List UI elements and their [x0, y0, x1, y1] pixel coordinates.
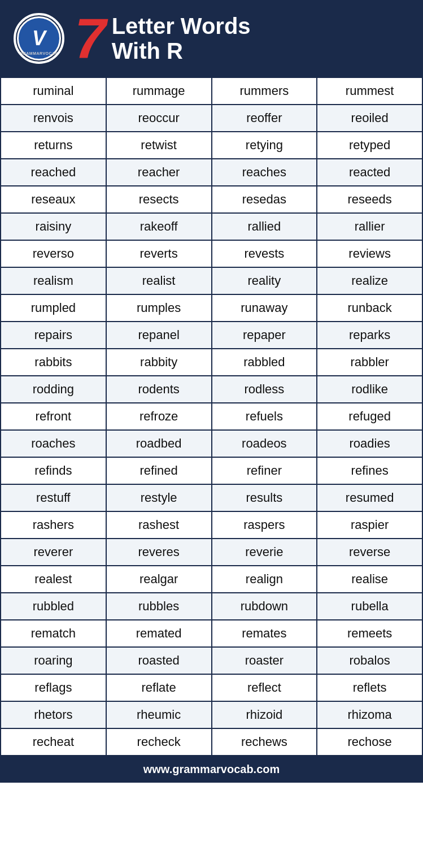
footer-url: www.grammarvocab.com — [143, 763, 280, 775]
word-cell: rodlike — [317, 376, 422, 403]
word-cell: retyped — [317, 132, 422, 159]
word-cell: remated — [106, 620, 212, 647]
word-cell: resects — [106, 186, 212, 213]
word-cell: retying — [212, 132, 317, 159]
word-cell: returns — [1, 132, 106, 159]
word-cell: roadeos — [212, 430, 317, 457]
word-cell: reseaux — [1, 186, 106, 213]
table-row: rumpledrumplesrunawayrunback — [1, 294, 422, 322]
word-cell: ruminal — [1, 77, 106, 105]
header-number: 7 — [75, 10, 106, 67]
logo: V GRAMMARVOCAB — [14, 13, 64, 64]
word-cell: rhizoid — [212, 701, 317, 728]
table-row: realismrealistrealityrealize — [1, 267, 422, 294]
header-title-line1: Letter Words — [112, 14, 251, 38]
header-title-line2: With R — [112, 38, 251, 63]
word-cell: rhizoma — [317, 701, 422, 728]
word-cell: rodless — [212, 376, 317, 403]
word-cell: reveres — [106, 539, 212, 566]
table-row: refindsrefinedrefinerrefines — [1, 457, 422, 484]
word-cell: reseeds — [317, 186, 422, 213]
word-cell: realgar — [106, 566, 212, 593]
word-cell: raisiny — [1, 213, 106, 240]
word-cell: rubella — [317, 593, 422, 620]
word-cell: rallier — [317, 213, 422, 240]
word-cell: refinds — [1, 457, 106, 484]
word-cell: rumples — [106, 294, 212, 322]
word-cell: reparks — [317, 322, 422, 349]
word-cell: reverse — [317, 539, 422, 566]
word-cell: realest — [1, 566, 106, 593]
word-cell: reverie — [212, 539, 317, 566]
word-cell: reoccur — [106, 105, 212, 132]
word-cell: rabbler — [317, 349, 422, 376]
word-cell: rallied — [212, 213, 317, 240]
table-row: ruminalrummagerummersrummest — [1, 77, 422, 105]
word-cell: refront — [1, 403, 106, 430]
word-cell: rashers — [1, 511, 106, 539]
word-cell: refines — [317, 457, 422, 484]
word-cell: repanel — [106, 322, 212, 349]
word-cell: rechose — [317, 728, 422, 756]
table-row: rabbitsrabbityrabbledrabbler — [1, 349, 422, 376]
logo-v-icon: V — [32, 28, 46, 49]
word-cell: renvois — [1, 105, 106, 132]
word-cell: rodents — [106, 376, 212, 403]
word-cell: roadies — [317, 430, 422, 457]
word-cell: realize — [317, 267, 422, 294]
word-table: ruminalrummagerummersrummestrenvoisreocc… — [0, 77, 423, 756]
word-cell: rechews — [212, 728, 317, 756]
word-cell: rashest — [106, 511, 212, 539]
word-cell: reoffer — [212, 105, 317, 132]
table-row: reachedreacherreachesreacted — [1, 159, 422, 186]
table-row: renvoisreoccurreofferreoiled — [1, 105, 422, 132]
page-footer: www.grammarvocab.com — [0, 756, 423, 783]
table-row: roddingrodentsrodlessrodlike — [1, 376, 422, 403]
word-cell: reached — [1, 159, 106, 186]
word-cell: rummage — [106, 77, 212, 105]
logo-brand-text: GRAMMARVOCAB — [20, 51, 58, 55]
word-cell: remeets — [317, 620, 422, 647]
word-cell: reacher — [106, 159, 212, 186]
word-cell: reflets — [317, 674, 422, 701]
word-cell: recheat — [1, 728, 106, 756]
word-cell: rubbled — [1, 593, 106, 620]
word-cell: rematch — [1, 620, 106, 647]
word-cell: reaches — [212, 159, 317, 186]
word-cell: rakeoff — [106, 213, 212, 240]
word-cell: refroze — [106, 403, 212, 430]
table-row: recheatrecheckrechewsrechose — [1, 728, 422, 756]
word-cell: robalos — [317, 647, 422, 674]
word-cell: refined — [106, 457, 212, 484]
word-cell: restuff — [1, 484, 106, 511]
page-header: V GRAMMARVOCAB 7 Letter Words With R — [0, 0, 423, 77]
word-cell: resumed — [317, 484, 422, 511]
word-cell: runaway — [212, 294, 317, 322]
word-cell: roaches — [1, 430, 106, 457]
header-text-group: 7 Letter Words With R — [75, 10, 251, 67]
table-row: reversorevertsrevestsreviews — [1, 240, 422, 267]
table-row: raisinyrakeoffralliedrallier — [1, 213, 422, 240]
word-cell: restyle — [106, 484, 212, 511]
table-row: realestrealgarrealignrealise — [1, 566, 422, 593]
table-row: rhetorsrheumicrhizoidrhizoma — [1, 701, 422, 728]
word-cell: rabbity — [106, 349, 212, 376]
word-cell: refuged — [317, 403, 422, 430]
word-cell: rabbits — [1, 349, 106, 376]
word-cell: retwist — [106, 132, 212, 159]
word-cell: reverso — [1, 240, 106, 267]
word-cell: resedas — [212, 186, 317, 213]
word-cell: realise — [317, 566, 422, 593]
word-cell: rabbled — [212, 349, 317, 376]
word-cell: raspers — [212, 511, 317, 539]
word-cell: reverer — [1, 539, 106, 566]
word-cell: refuels — [212, 403, 317, 430]
word-cell: reverts — [106, 240, 212, 267]
word-cell: roasted — [106, 647, 212, 674]
table-row: rematchrematedrematesremeets — [1, 620, 422, 647]
word-cell: rumpled — [1, 294, 106, 322]
word-cell: reflags — [1, 674, 106, 701]
word-cell: revests — [212, 240, 317, 267]
table-row: refrontrefrozerefuelsrefuged — [1, 403, 422, 430]
word-cell: realism — [1, 267, 106, 294]
